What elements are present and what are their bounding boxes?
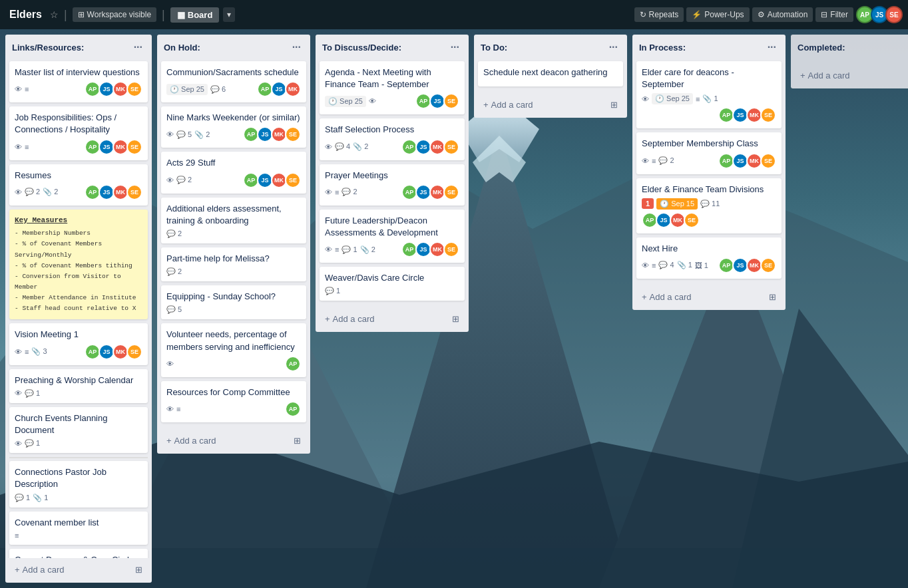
automation-btn[interactable]: ⚙ Automation xyxy=(752,7,813,22)
list-icon: ≡ xyxy=(25,143,29,151)
plus-icon: + xyxy=(483,100,489,110)
list-icon: ≡ xyxy=(335,245,339,253)
card-comp-committee[interactable]: Resources for Comp Committee 👁 ≡ AP xyxy=(161,381,306,422)
card-acts29[interactable]: Acts 29 Stuff 👁 💬 2 AP JS MK SE xyxy=(161,152,306,193)
add-card-links[interactable]: + Add a card ⊞ xyxy=(9,561,148,579)
column-header-links: Links/Resources: ··· xyxy=(5,35,152,59)
column-header-todo: To Do: ··· xyxy=(474,35,627,59)
column-footer-completed: + Add a card ⊞ xyxy=(791,64,908,88)
avatar: SE xyxy=(285,126,301,142)
eye-icon: 👁 xyxy=(15,348,22,356)
card-vision-meeting[interactable]: Vision Meeting 1 👁 ≡ 📎 3 AP JS MK SE xyxy=(9,323,148,365)
column-todo: To Do: ··· Schedule next deacon gatherin… xyxy=(474,35,627,118)
avatar: SE xyxy=(760,257,776,273)
list-icon: ≡ xyxy=(335,188,339,196)
column-cards-links: Master list of interview questions 👁 ≡ A… xyxy=(5,59,152,558)
column-footer-inprocess: + Add a card ⊞ xyxy=(632,285,786,310)
card-future-leadership[interactable]: Future Leadership/Deacon Assessments & D… xyxy=(320,210,465,263)
card-schedule-deacon[interactable]: Schedule next deacon gathering xyxy=(478,61,623,86)
list-icon: ≡ xyxy=(25,348,29,356)
card-next-hire[interactable]: Next Hire 👁 ≡ 💬 4 📎 1 🖼 1 AP JS MK SE xyxy=(636,237,782,279)
column-header-completed: Completed: ··· xyxy=(791,35,908,59)
comment-icon: 💬 2 xyxy=(25,188,40,196)
header-actions: ↻ Repeats ⚡ Power-Ups ⚙ Automation ⊟ Fil… xyxy=(634,6,903,23)
column-menu-todiscuss[interactable]: ··· xyxy=(448,40,462,55)
eye-icon: 👁 xyxy=(642,95,649,103)
attachment-icon: 📎 2 xyxy=(194,130,210,139)
card-current-deacons[interactable]: Current Deacons & Care Circles ≡ 📎 1 xyxy=(9,549,148,558)
card-connections-pastor[interactable]: Connections Pastor Job Description 💬 1 📎… xyxy=(9,461,148,507)
repeats-btn[interactable]: ↻ Repeats xyxy=(634,7,684,22)
add-card-todiscuss[interactable]: + Add a card ⊞ xyxy=(320,310,465,328)
column-footer-todo: + Add a card ⊞ xyxy=(474,93,627,118)
filter-btn[interactable]: ⊟ Filter xyxy=(815,7,853,22)
card-weaver-davis[interactable]: Weaver/Davis Care Circle 💬 1 xyxy=(320,267,465,301)
card-church-events[interactable]: Church Events Planning Document 👁 💬 1 xyxy=(9,407,148,453)
card-job-responsibilities[interactable]: Job Responsibilities: Ops / Connections … xyxy=(9,106,148,160)
column-inprocess: In Process: ··· Elder care for deacons -… xyxy=(632,35,786,310)
card-resumes[interactable]: Resumes 👁 💬 2 📎 2 AP JS MK SE xyxy=(9,164,148,206)
avatar-3: SE xyxy=(885,6,903,23)
column-menu-onhold[interactable]: ··· xyxy=(290,40,304,55)
eye-icon: 👁 xyxy=(325,188,332,196)
card-nine-marks[interactable]: Nine Marks Weekender (or similar) 👁 💬 5 … xyxy=(161,106,306,148)
card-melissa-help[interactable]: Part-time help for Melissa? 💬 2 xyxy=(161,247,306,281)
plus-icon: + xyxy=(642,292,647,302)
attachment-icon: 📎 2 xyxy=(360,245,375,254)
card-interview-questions[interactable]: Master list of interview questions 👁 ≡ A… xyxy=(9,61,148,102)
card-key-measures[interactable]: Key Measures - Membership Numbers - % of… xyxy=(9,210,148,320)
eye-icon: 👁 xyxy=(15,440,22,448)
comment-icon: 💬 1 xyxy=(25,439,40,448)
card-communion-schedule[interactable]: Communion/Sacraments schedule 🕐 Sep 25 💬… xyxy=(161,61,306,102)
comment-icon: 💬 5 xyxy=(176,130,192,139)
column-menu-links[interactable]: ··· xyxy=(131,40,145,55)
column-title-inprocess: In Process: xyxy=(639,43,686,53)
template-icon: ⊞ xyxy=(769,292,776,302)
column-header-todiscuss: To Discuss/Decide: ··· xyxy=(316,35,469,59)
card-sunday-school[interactable]: Equipping - Sunday School? 💬 5 xyxy=(161,285,306,319)
column-completed: Completed: ··· + Add a card ⊞ xyxy=(791,35,908,88)
board-view-btn[interactable]: ▦ Board xyxy=(170,7,220,23)
column-title-completed: Completed: xyxy=(797,43,845,53)
header: Elders ☆ | ⊞ Workspace visible | ▦ Board… xyxy=(0,0,908,29)
eye-icon: 👁 xyxy=(369,97,376,105)
separator xyxy=(9,457,148,458)
card-agenda-finance[interactable]: Agenda - Next Meeting with Finance Team … xyxy=(320,61,465,114)
add-card-completed[interactable]: + Add a card ⊞ xyxy=(795,67,908,84)
eye-icon: 👁 xyxy=(166,176,174,184)
comment-icon: 💬 2 xyxy=(341,188,357,196)
list-icon: ≡ xyxy=(652,261,656,269)
attachment-icon: 📎 2 xyxy=(43,188,58,196)
card-elders-assessment[interactable]: Additional elders assessment, training &… xyxy=(161,198,306,243)
comment-icon: 💬 2 xyxy=(166,229,182,238)
repeats-icon: ↻ xyxy=(640,10,646,19)
card-covenant-member-list[interactable]: Covenant member list ≡ xyxy=(9,512,148,545)
power-ups-icon: ⚡ xyxy=(692,10,702,19)
card-september-membership[interactable]: September Membership Class 👁 ≡ 💬 2 AP JS… xyxy=(636,132,782,174)
board-title: Elders xyxy=(5,9,46,21)
column-header-onhold: On Hold: ··· xyxy=(157,35,310,59)
view-chevron-btn[interactable]: ▾ xyxy=(223,7,235,22)
avatar: SE xyxy=(126,184,142,200)
card-staff-selection[interactable]: Staff Selection Process 👁 💬 4 📎 2 AP JS … xyxy=(320,118,465,160)
card-elder-finance-divisions[interactable]: Elder & Finance Team Divisions 1 🕐 Sep 1… xyxy=(636,178,782,233)
eye-icon: 👁 xyxy=(325,245,332,253)
column-menu-inprocess[interactable]: ··· xyxy=(765,40,779,55)
eye-icon: 👁 xyxy=(15,85,22,93)
add-card-onhold[interactable]: + Add a card ⊞ xyxy=(161,432,306,450)
star-icon[interactable]: ☆ xyxy=(50,9,59,20)
avatar: SE xyxy=(443,139,459,155)
card-preaching-calendar[interactable]: Preaching & Worship Calendar 👁 💬 1 xyxy=(9,369,148,403)
card-volunteer-needs[interactable]: Volunteer needs, percentage of members s… xyxy=(161,323,306,376)
workspace-visible-btn[interactable]: ⊞ Workspace visible xyxy=(73,7,156,22)
plus-icon: + xyxy=(325,314,330,324)
column-title-links: Links/Resources: xyxy=(12,43,84,53)
column-menu-todo[interactable]: ··· xyxy=(606,40,620,55)
card-prayer-meetings[interactable]: Prayer Meetings 👁 ≡ 💬 2 AP JS MK SE xyxy=(320,164,465,206)
avatar: MK xyxy=(285,81,301,97)
attachment-icon: 📎 1 xyxy=(33,494,48,502)
add-card-todo[interactable]: + Add a card ⊞ xyxy=(478,96,623,114)
add-card-inprocess[interactable]: + Add a card ⊞ xyxy=(636,288,782,306)
power-ups-btn[interactable]: ⚡ Power-Ups xyxy=(686,7,749,22)
card-elder-care-deacons[interactable]: Elder care for deacons - September 👁 🕐 S… xyxy=(636,61,782,128)
